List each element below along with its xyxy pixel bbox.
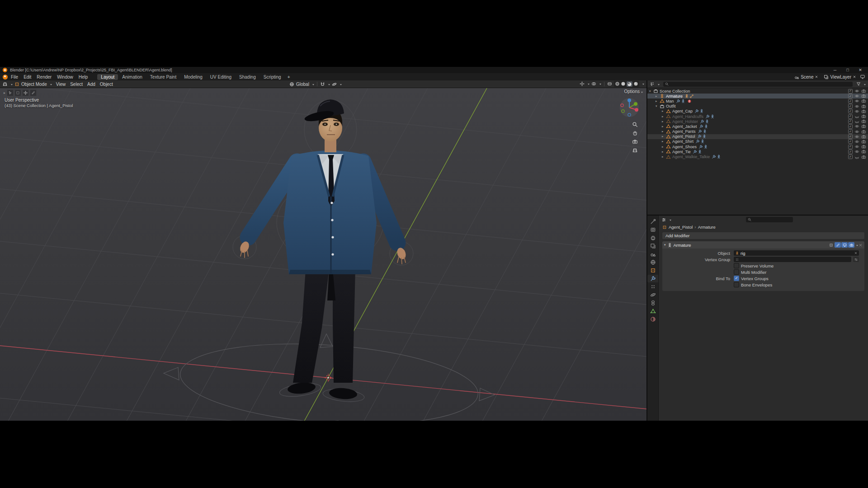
annotate-tool-icon[interactable] [30, 89, 37, 96]
proportional-caret-icon[interactable] [340, 84, 342, 86]
invert-vertex-group-button[interactable] [853, 257, 859, 262]
workspace-tab[interactable]: Layout [97, 74, 118, 80]
expander-icon[interactable] [662, 145, 666, 149]
outliner-row[interactable]: Outfit [647, 104, 868, 109]
tab-object-icon[interactable] [647, 267, 658, 274]
tab-material-icon[interactable] [647, 315, 658, 323]
expander-icon[interactable] [656, 94, 660, 98]
hide-viewport-eye-icon[interactable] [854, 144, 859, 149]
outliner-row[interactable]: Agent_Walkie_Talkie [647, 154, 868, 159]
orientation-dropdown[interactable]: Global [296, 82, 309, 87]
view-layer-remove-icon[interactable] [853, 75, 856, 79]
disable-render-camera-icon[interactable] [861, 119, 866, 124]
breadcrumb-data[interactable]: Armature [698, 225, 716, 230]
app-menu-item[interactable]: Window [54, 75, 76, 80]
expander-icon[interactable] [662, 135, 666, 138]
shading-material-active[interactable] [627, 81, 632, 87]
close-button[interactable] [855, 68, 865, 72]
expander-icon[interactable] [662, 155, 666, 159]
workspace-tab[interactable]: Shading [236, 74, 259, 80]
hidden-eye-icon[interactable] [854, 114, 859, 119]
viewport-menu-item[interactable]: Add [85, 82, 98, 87]
modifier-extras-caret-icon[interactable] [856, 245, 858, 247]
hide-viewport-eye-icon[interactable] [854, 104, 859, 109]
hide-viewport-eye-icon[interactable] [854, 149, 859, 154]
hide-viewport-eye-icon[interactable] [854, 89, 859, 94]
vertex-groups-checkbox[interactable] [734, 276, 739, 281]
viewport-menu-item[interactable]: Object [98, 82, 115, 87]
disable-render-camera-icon[interactable] [861, 99, 866, 103]
disable-render-camera-icon[interactable] [861, 89, 866, 94]
add-modifier-button[interactable]: Add Modifier [662, 232, 865, 239]
filter-funnel-icon[interactable] [856, 82, 861, 86]
overlays-toggle-icon[interactable] [591, 81, 596, 86]
preserve-volume-checkbox[interactable] [734, 263, 739, 268]
selectable-checkbox[interactable] [848, 89, 853, 94]
viewport-menu-item[interactable]: Select [68, 82, 85, 87]
toolbar-expand-icon[interactable] [4, 91, 5, 95]
mode-dropdown[interactable]: Object Mode [21, 82, 47, 87]
editor-type-icon[interactable] [2, 81, 8, 87]
outliner-row[interactable]: Agent_Tie [647, 149, 868, 154]
shading-solid-icon[interactable] [621, 81, 626, 86]
disable-render-camera-icon[interactable] [861, 155, 866, 160]
filter-caret-icon[interactable] [864, 84, 866, 86]
tab-physics-icon[interactable] [647, 291, 658, 299]
character-model[interactable] [238, 99, 407, 400]
disable-render-camera-icon[interactable] [861, 134, 866, 139]
expander-icon[interactable] [662, 140, 666, 143]
expander-icon[interactable] [662, 115, 666, 118]
xray-toggle-icon[interactable] [607, 81, 612, 86]
tab-object-data-icon[interactable] [647, 307, 658, 315]
selectable-checkbox[interactable] [848, 114, 853, 119]
outliner-row[interactable]: Agent_Handcuffs [647, 114, 868, 119]
expander-icon[interactable] [656, 99, 660, 103]
outliner-row[interactable]: Man [647, 99, 868, 103]
bone-envelopes-checkbox[interactable] [734, 282, 739, 287]
app-menu-item[interactable]: Help [76, 75, 91, 80]
modifier-name-field[interactable]: Armature [674, 243, 691, 248]
outliner-search-input[interactable] [663, 82, 853, 87]
expander-icon[interactable] [662, 120, 666, 123]
hide-viewport-eye-icon[interactable] [854, 109, 859, 114]
toggle-edit-mode-icon[interactable] [835, 242, 841, 248]
hidden-eye-icon[interactable] [854, 155, 859, 160]
app-menu-item[interactable]: File [8, 75, 21, 80]
options-dropdown[interactable]: Options [624, 89, 643, 94]
modifier-panel-header[interactable]: Armature [662, 241, 864, 249]
multi-modifier-checkbox[interactable] [734, 269, 739, 275]
expander-icon[interactable] [656, 104, 660, 108]
selectable-checkbox[interactable] [848, 99, 853, 103]
toggle-on-cage-icon[interactable] [828, 242, 834, 248]
workspace-tab[interactable]: Modeling [180, 74, 206, 80]
camera-view-icon[interactable] [632, 139, 638, 145]
hide-viewport-eye-icon[interactable] [854, 94, 859, 99]
minimize-button[interactable] [830, 68, 840, 72]
hide-viewport-eye-icon[interactable] [854, 99, 859, 103]
workspace-tab[interactable]: Texture Paint [146, 74, 180, 80]
selectable-checkbox[interactable] [848, 145, 853, 149]
box-select-tool-icon[interactable] [14, 89, 21, 96]
workspace-tab[interactable]: Scripting [260, 74, 285, 80]
selectable-checkbox[interactable] [848, 150, 853, 154]
disable-render-camera-icon[interactable] [861, 124, 866, 129]
rig-root-control[interactable] [164, 334, 495, 421]
pan-hand-icon[interactable] [632, 130, 638, 136]
hide-viewport-eye-icon[interactable] [854, 129, 859, 134]
zoom-icon[interactable] [632, 122, 638, 127]
gizmos-toggle-icon[interactable] [580, 81, 585, 86]
outliner-row[interactable]: Armature [647, 94, 868, 99]
clear-object-icon[interactable] [854, 251, 858, 255]
workspace-tab[interactable]: Animation [118, 74, 146, 80]
disable-render-camera-icon[interactable] [861, 94, 866, 99]
outliner-row[interactable]: Scene Collection [647, 89, 868, 94]
disable-render-camera-icon[interactable] [861, 129, 866, 134]
expander-icon[interactable] [649, 89, 653, 93]
expander-icon[interactable] [662, 109, 666, 113]
hide-viewport-eye-icon[interactable] [854, 139, 859, 144]
panel-expand-icon[interactable] [664, 243, 666, 247]
outliner-row[interactable]: Agent_Pants [647, 129, 868, 134]
tab-world-icon[interactable] [647, 258, 658, 266]
view-layer-selector[interactable]: ViewLayer [822, 75, 858, 80]
perspective-toggle-icon[interactable] [632, 147, 638, 153]
